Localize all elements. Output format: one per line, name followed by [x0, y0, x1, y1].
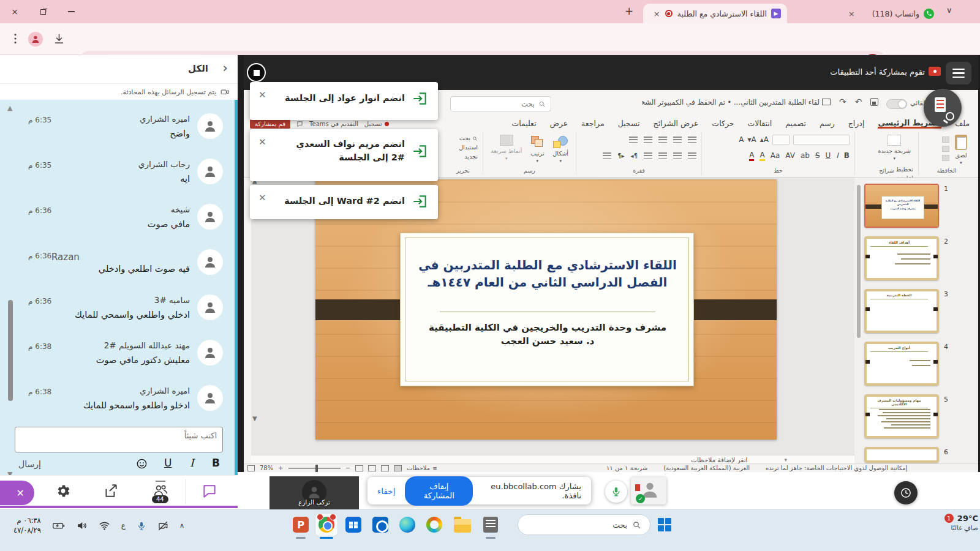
share-content-icon[interactable]: [103, 483, 119, 499]
text-direction-rtl-icon[interactable]: ¶◂: [631, 152, 638, 159]
camera-preview-tile[interactable]: ✓: [631, 477, 666, 504]
thumbnail-slide-1[interactable]: اللقاء الاسترشادي مع الطلبة المتدربينمشر…: [864, 184, 939, 228]
collab-floating-share-badge[interactable]: [924, 89, 962, 127]
taskbar-outlook-icon[interactable]: [369, 514, 391, 536]
tab-slideshow[interactable]: عرض الشرائح: [654, 119, 699, 128]
change-case-icon[interactable]: Aa: [771, 151, 780, 160]
font-color-icon[interactable]: A: [749, 151, 754, 161]
hide-share-bar-link[interactable]: إخفاء: [377, 486, 395, 496]
zoom-out-icon[interactable]: −: [345, 465, 350, 471]
fit-to-window-icon[interactable]: [247, 465, 255, 471]
tab-close-icon[interactable]: ×: [654, 9, 660, 18]
profile-avatar[interactable]: [28, 32, 43, 47]
notes-bar[interactable]: ▾ انقر لإضافة ملاحظات: [251, 455, 854, 463]
tab-view[interactable]: عرض: [550, 119, 568, 128]
thumbnail-slide-6[interactable]: [864, 447, 939, 463]
volume-icon[interactable]: [76, 519, 88, 531]
taskbar-powerpoint-icon[interactable]: P: [290, 514, 312, 536]
taskbar-word-app-icon[interactable]: [480, 514, 502, 536]
stop-sharing-button[interactable]: إيقاف المشاركة: [405, 476, 473, 506]
send-button[interactable]: إرسال: [18, 459, 41, 469]
taskbar-store-icon[interactable]: [342, 514, 364, 536]
weather-widget[interactable]: 29°C 1 صافٍ غالبًا: [920, 514, 978, 531]
undo-icon[interactable]: ↶: [855, 97, 862, 107]
chat-scrollbar[interactable]: [8, 300, 13, 401]
strikethrough-icon[interactable]: S: [815, 151, 820, 160]
download-icon[interactable]: [53, 32, 66, 45]
zoom-slider[interactable]: [288, 468, 341, 469]
bold-icon[interactable]: B: [844, 151, 850, 160]
tab-whatsapp[interactable]: واتساب (118) ×: [793, 4, 940, 23]
start-slideshow-icon[interactable]: [822, 99, 831, 105]
tab-record[interactable]: تسجيل: [618, 119, 640, 128]
tab-review[interactable]: مراجعة: [581, 119, 605, 128]
thumbnail-slide-2[interactable]: أهداف اللقاء: [864, 236, 939, 280]
present-in-teams-button[interactable]: التقديم في Teams: [309, 121, 358, 127]
shrink-font-icon[interactable]: A▾: [748, 135, 756, 144]
ppt-search-box[interactable]: بحث: [450, 96, 551, 111]
tab-close-icon[interactable]: ×: [848, 9, 855, 18]
wifi-icon[interactable]: [99, 519, 110, 531]
thumbnail-slide-4[interactable]: أنواع التدريب: [864, 342, 939, 386]
tab-design[interactable]: تصميم: [785, 119, 806, 128]
taskbar-copilot-icon[interactable]: [423, 514, 445, 536]
align-left-icon[interactable]: [658, 152, 667, 159]
taskbar-search-box[interactable]: بحث: [518, 514, 650, 535]
line-spacing-icon[interactable]: [629, 137, 638, 143]
select-button[interactable]: تحديد: [448, 153, 478, 160]
mic-status-button[interactable]: [605, 481, 627, 503]
taskbar-chrome-icon[interactable]: [315, 514, 337, 536]
record-button[interactable]: تسجيل: [364, 121, 389, 127]
font-size-box[interactable]: [772, 135, 790, 145]
new-slide-button[interactable]: شريحة جديدة▾: [878, 135, 911, 161]
toast-close-icon[interactable]: ✕: [258, 89, 266, 100]
window-close-button[interactable]: ×: [10, 7, 20, 17]
arrange-button[interactable]: ترتيب▾: [530, 135, 545, 163]
columns-icon[interactable]: [603, 152, 611, 159]
copy-icon[interactable]: [942, 146, 949, 152]
window-minimize-button[interactable]: [66, 7, 76, 17]
notes-placeholder[interactable]: انقر لإضافة ملاحظات: [691, 456, 747, 463]
clear-format-icon[interactable]: A: [739, 135, 744, 144]
battery-icon[interactable]: [52, 519, 65, 532]
thumbnail-slide-5[interactable]: مهام ومسؤوليات المشرف الأكاديمي: [864, 394, 939, 438]
text-direction-ltr-icon[interactable]: ▸¶: [617, 152, 624, 159]
sorter-view-icon[interactable]: [381, 465, 389, 471]
toast-close-icon[interactable]: ✕: [258, 137, 266, 148]
taskbar-clock[interactable]: ٠٦:٣٨ م ٤٧/٠٨/٢٩: [13, 515, 41, 535]
notes-collapse-caret-icon[interactable]: ▾: [784, 457, 787, 463]
share-presentation-button[interactable]: قم بمشاركة: [250, 119, 290, 129]
numbering-icon[interactable]: [673, 137, 682, 143]
zoom-percent[interactable]: 78%: [260, 465, 273, 471]
notes-toggle-button[interactable]: ≡ملاحظات: [407, 465, 437, 471]
autosave-toggle[interactable]: [886, 99, 907, 109]
underline-button[interactable]: U: [164, 457, 172, 469]
quick-styles-button[interactable]: أنماط سريعة▾: [491, 135, 522, 161]
settings-gear-icon[interactable]: [55, 483, 71, 499]
align-center-icon[interactable]: [673, 152, 682, 159]
bullets-icon[interactable]: [688, 137, 696, 143]
tab-collab-session[interactable]: ▶ اللقاء الاسترشادي مع الطلبة ×: [643, 4, 787, 23]
thumbnail-slide-3[interactable]: الخطة التدريبية: [864, 289, 939, 333]
language-indicator[interactable]: ع: [121, 521, 126, 530]
char-spacing-icon[interactable]: AV: [785, 151, 795, 160]
redo-icon[interactable]: ↷: [839, 97, 846, 107]
session-menu-button[interactable]: [946, 62, 971, 84]
comments-icon[interactable]: [296, 120, 303, 127]
bold-button[interactable]: B: [212, 457, 220, 469]
decrease-indent-icon[interactable]: [658, 137, 667, 143]
taskbar-edge-icon[interactable]: [396, 514, 418, 536]
align-right-icon[interactable]: [688, 152, 696, 159]
new-tab-button[interactable]: +: [625, 5, 633, 17]
browser-menu-icon[interactable]: [9, 32, 22, 45]
session-timer-button[interactable]: [894, 481, 918, 504]
accessibility-status[interactable]: إمكانية الوصول لذوي الاحتياجات الخاصة: ج…: [766, 465, 907, 471]
slide-title-card[interactable]: اللقاء الاسترشادي مع الطلبة المتدربين في…: [400, 233, 694, 386]
highlight-color-icon[interactable]: A: [760, 151, 764, 161]
cut-icon[interactable]: [942, 137, 949, 143]
replace-button[interactable]: استبدال: [448, 144, 478, 151]
italic-icon[interactable]: I: [836, 151, 839, 160]
stop-recording-button[interactable]: [247, 63, 266, 82]
save-icon[interactable]: [870, 98, 878, 106]
window-restore-button[interactable]: [38, 7, 48, 17]
